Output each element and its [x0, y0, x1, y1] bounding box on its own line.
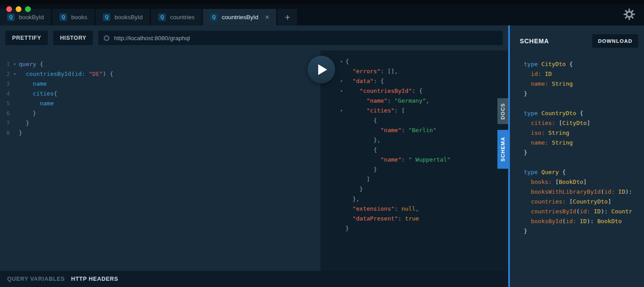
fold-gutter	[11, 118, 19, 128]
code-line: }	[524, 148, 644, 158]
fold-gutter	[337, 96, 345, 106]
code-line: "dataPresent": true	[320, 214, 508, 224]
code-line: ▾{	[320, 57, 508, 67]
close-tab-icon[interactable]: ×	[265, 14, 269, 21]
tab-label: booksById	[114, 14, 143, 21]
tab-countriesById[interactable]: Q countriesById ×	[203, 9, 276, 25]
fold-gutter	[337, 175, 345, 184]
tab-label: bookById	[19, 14, 44, 21]
code-line: 7 }	[0, 118, 320, 128]
line-number: 4	[4, 89, 10, 99]
tab-bar: Q bookById Q books Q booksById Q countri…	[0, 4, 644, 25]
code-line: 1▾query {	[0, 59, 320, 69]
line-number: 1	[4, 59, 10, 69]
fold-arrow-icon[interactable]: ▾	[11, 59, 19, 69]
code-line: ▾ "countriesById": {	[320, 86, 508, 96]
fold-gutter	[11, 108, 19, 118]
fold-arrow-icon[interactable]: ▾	[337, 86, 345, 96]
code-line: }	[320, 224, 508, 233]
download-schema-button[interactable]: DOWNLOAD	[592, 34, 638, 48]
line-number: 2	[4, 69, 10, 79]
code-line: ▾ "cities": [	[320, 106, 508, 116]
tab-label: countries	[170, 14, 194, 21]
execute-query-button[interactable]	[307, 56, 335, 83]
code-line: },	[320, 135, 508, 145]
query-tab-icon: Q	[210, 13, 218, 21]
code-line: "name": "Berlin"	[320, 125, 508, 135]
fold-arrow-icon[interactable]: ▾	[337, 76, 345, 86]
endpoint-url-input[interactable]	[114, 35, 497, 42]
schema-side-tab[interactable]: SCHEMA	[497, 130, 508, 169]
code-line: name: String	[524, 138, 644, 148]
code-line: booksById(id: ID): BookDto	[524, 216, 644, 226]
query-tab-icon: Q	[103, 13, 110, 21]
code-line: 4 cities{	[0, 89, 320, 99]
docs-side-tab[interactable]: DOCS	[497, 98, 508, 124]
query-tab-icon: Q	[158, 13, 166, 21]
fold-gutter	[337, 125, 345, 135]
code-line: cities: [CityDto]	[524, 118, 644, 128]
minimize-window-button[interactable]	[16, 6, 21, 12]
code-line: iso: String	[524, 128, 644, 138]
fold-gutter	[337, 145, 345, 155]
tab-countries[interactable]: Q countries	[151, 9, 202, 25]
http-headers-tab[interactable]: HTTP HEADERS	[71, 276, 118, 282]
code-line: }	[320, 184, 508, 194]
line-number: 3	[4, 79, 10, 89]
code-line	[524, 158, 644, 167]
toolbar: PRETTIFY HISTORY	[0, 25, 508, 50]
code-line: type Query {	[524, 167, 644, 177]
code-line	[524, 99, 644, 108]
prettify-button[interactable]: PRETTIFY	[5, 31, 48, 45]
fold-gutter	[337, 224, 345, 233]
line-number: 7	[4, 118, 10, 128]
bottom-bar: QUERY VARIABLES HTTP HEADERS	[0, 271, 508, 287]
code-line: type CityDto {	[524, 59, 644, 69]
fold-gutter	[337, 116, 345, 125]
fold-gutter	[337, 204, 345, 214]
code-line: "errors": [],	[320, 67, 508, 76]
fold-gutter	[11, 99, 19, 108]
response-viewer[interactable]: ▾{ "errors": [],▾ "data": {▾ "countriesB…	[320, 50, 508, 271]
tab-booksById[interactable]: Q booksById	[96, 9, 150, 25]
schema-definition[interactable]: type CityDto { id: ID name: String}type …	[510, 59, 644, 236]
code-line: {	[320, 145, 508, 155]
code-line: },	[320, 194, 508, 204]
code-line: 2▾ countriesById(id: "DE") {	[0, 69, 320, 79]
code-line: booksWithLibraryById(id: ID):	[524, 187, 644, 197]
code-line: books: [BookDto]	[524, 177, 644, 187]
endpoint-status-icon	[104, 35, 109, 41]
new-tab-button[interactable]: +	[278, 9, 297, 25]
code-line: ▾ "data": {	[320, 76, 508, 86]
code-line: id: ID	[524, 69, 644, 79]
code-line: 3 name	[0, 79, 320, 89]
schema-sidebar: SCHEMA DOWNLOAD type CityDto { id: ID na…	[510, 25, 644, 287]
code-line: countriesById(id: ID): Countr	[524, 207, 644, 216]
tab-label: books	[71, 14, 87, 21]
fold-arrow-icon[interactable]: ▾	[337, 106, 345, 116]
line-number: 6	[4, 108, 10, 118]
query-editor[interactable]: 1▾query {2▾ countriesById(id: "DE") {3 n…	[0, 50, 320, 271]
fold-gutter	[11, 128, 19, 138]
tab-books[interactable]: Q books	[52, 9, 94, 25]
history-button[interactable]: HISTORY	[53, 31, 93, 45]
code-line: 8}	[0, 128, 320, 138]
code-line: type CountryDto {	[524, 108, 644, 118]
settings-gear-icon[interactable]	[623, 8, 635, 22]
code-line: "name": " Wuppertal"	[320, 155, 508, 165]
code-line: countries: [CountryDto]	[524, 197, 644, 207]
fold-arrow-icon[interactable]: ▾	[337, 57, 345, 67]
line-number: 5	[4, 99, 10, 108]
code-line: }	[320, 165, 508, 175]
line-number: 8	[4, 128, 10, 138]
close-window-button[interactable]	[6, 6, 12, 12]
fold-arrow-icon[interactable]: ▾	[11, 69, 19, 79]
sidebar-title: SCHEMA	[520, 37, 549, 45]
tab-label: countriesById	[222, 14, 258, 21]
fold-gutter	[337, 135, 345, 145]
code-line: ]	[320, 175, 508, 184]
code-line: 5 name	[0, 99, 320, 108]
zoom-window-button[interactable]	[25, 6, 31, 12]
query-tab-icon: Q	[7, 13, 15, 21]
query-variables-tab[interactable]: QUERY VARIABLES	[7, 276, 65, 282]
